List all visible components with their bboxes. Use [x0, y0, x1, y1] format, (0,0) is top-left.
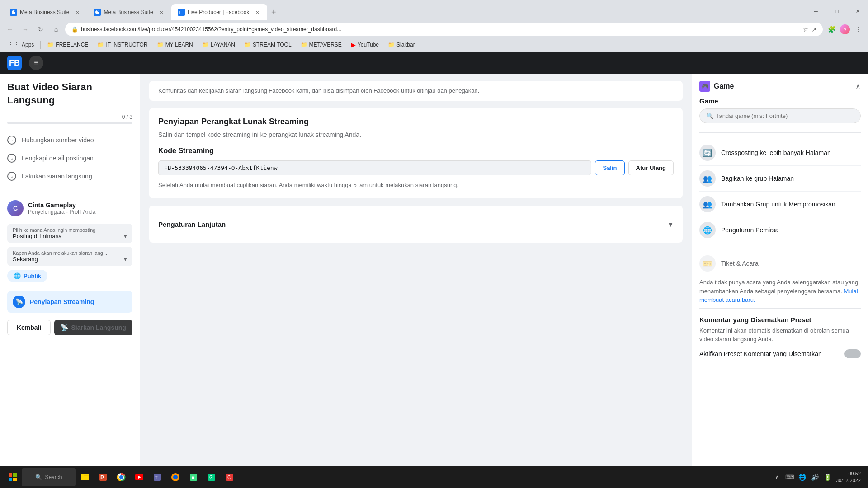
intro-text: Komunitas dan kebijakan siaran langsung …	[158, 86, 674, 95]
step-1-label: Hubungkan sumber video	[22, 136, 94, 144]
taskbar-powerpoint[interactable]: P	[94, 468, 112, 486]
active-step: 📡 Penyiapan Streaming	[7, 291, 132, 313]
browser-tab-3[interactable]: f Live Producer | Facebook ✕	[171, 4, 268, 20]
search-icon-taskbar: 🔍	[35, 474, 42, 480]
taskbar-app2[interactable]: C	[221, 468, 239, 486]
profile-icon[interactable]: A	[839, 23, 851, 35]
taskbar-chrome[interactable]	[112, 468, 130, 486]
back-button-sidebar[interactable]: Kembali	[7, 320, 51, 335]
tab-3-close[interactable]: ✕	[254, 9, 261, 16]
battery-icon[interactable]: 🔋	[822, 472, 833, 483]
share-icon[interactable]: ↗	[811, 26, 816, 33]
atur-ulang-button[interactable]: Atur Ulang	[628, 160, 674, 175]
settings-icon[interactable]: ⋮	[853, 23, 864, 35]
stream-key-field: FB-533394065-47394-0-AbxIfKtienw	[158, 160, 591, 175]
right-section-links: 🔄 Crossposting ke lebih banyak Halaman 👥…	[699, 132, 861, 243]
taskbar-search[interactable]: 🔍 Search	[22, 468, 76, 486]
fb-hamburger-menu[interactable]: ≡	[29, 56, 43, 70]
system-tray: ∧ ⌨ 🌐 🔊 🔋 09.52 30/12/2022	[772, 470, 864, 484]
network-icon[interactable]: 🌐	[797, 472, 808, 483]
reload-button[interactable]: ↻	[34, 23, 47, 36]
forward-button[interactable]: →	[19, 23, 32, 36]
bookmark-siakbar[interactable]: 📁 Siakbar	[384, 41, 419, 49]
folder-icon-it: 📁	[97, 42, 104, 48]
tray-up-arrow[interactable]: ∧	[772, 472, 783, 483]
back-button[interactable]: ←	[4, 23, 16, 36]
schedule-dropdown[interactable]: Kapan Anda akan melakukan siaran lang...…	[7, 247, 132, 266]
audience-icon: 🌐	[699, 222, 716, 238]
setup-desc: Salin dan tempel kode streaming ini ke p…	[158, 130, 674, 140]
game-search[interactable]: 🔍	[699, 108, 861, 123]
clock-date: 30/12/2022	[836, 477, 861, 484]
bookmark-stream-tool[interactable]: 📁 STREAM TOOL	[241, 41, 295, 49]
bookmark-it-instructor[interactable]: 📁 IT INSTRUCTOR	[94, 41, 151, 49]
tab-3-title: Live Producer | Facebook	[188, 9, 250, 15]
post-dropdown-label: Pilih ke mana Anda ingin memposting	[13, 227, 95, 233]
browser-tab-1[interactable]: Meta Business Suite ✕	[4, 4, 87, 20]
audience-item[interactable]: 🌐 Pengaturan Pemirsa	[699, 217, 861, 243]
step-1[interactable]: ○ Hubungkan sumber video	[7, 131, 132, 149]
author-info: Cinta Gameplay Penyelenggara - Profil An…	[28, 202, 95, 215]
bookmark-freelance[interactable]: 📁 FREELANCE	[43, 41, 92, 49]
broadcast-icon: 📡	[61, 324, 68, 331]
taskbar-android[interactable]: A	[184, 468, 203, 486]
svg-point-18	[173, 475, 178, 479]
crosspost-icon: 🔄	[699, 145, 716, 161]
address-text: business.facebook.com/live/producer/4542…	[81, 26, 797, 33]
siaran-button[interactable]: 📡 Siarkan Langsung	[54, 320, 132, 335]
minimize-button[interactable]: ─	[806, 4, 826, 19]
tab-2-title: Meta Business Suite	[104, 9, 153, 15]
ticket-icon: 🎫	[699, 255, 716, 272]
taskbar-teams[interactable]: T	[148, 468, 166, 486]
bookmark-layanan[interactable]: 📁 LAYANAN	[198, 41, 239, 49]
browser-tab-2[interactable]: Meta Business Suite ✕	[87, 4, 171, 20]
game-section: 🎮 Game ∧ Game 🔍	[699, 81, 861, 123]
bookmark-my-learn[interactable]: 📁 MY LEARN	[153, 41, 197, 49]
bookmark-youtube[interactable]: ▶ YouTube	[347, 40, 382, 49]
taskbar-app1[interactable]: G	[203, 468, 221, 486]
step-2[interactable]: ○ Lengkapi detail postingan	[7, 149, 132, 167]
bookmark-apps[interactable]: ⋮⋮ Apps	[4, 40, 38, 49]
globe-icon: 🌐	[14, 272, 21, 279]
toggle-switch[interactable]	[844, 349, 861, 358]
home-button[interactable]: ⌂	[50, 23, 62, 36]
start-button[interactable]	[4, 468, 22, 486]
advanced-chevron-icon: ▼	[667, 221, 674, 228]
svg-rect-3	[9, 473, 12, 477]
maximize-button[interactable]: □	[826, 4, 847, 19]
taskbar-youtube[interactable]	[130, 468, 148, 486]
taskbar-firefox[interactable]	[166, 468, 184, 486]
share-group-item[interactable]: 👥 Bagikan ke grup Halaman	[699, 166, 861, 192]
keyboard-icon[interactable]: ⌨	[784, 472, 795, 483]
star-icon[interactable]: ☆	[803, 26, 809, 33]
extensions-icon[interactable]: 🧩	[826, 23, 837, 35]
apps-grid-icon: ⋮⋮	[7, 41, 20, 48]
game-search-input[interactable]	[716, 113, 854, 119]
address-bar[interactable]: 🔒 business.facebook.com/live/producer/45…	[65, 23, 823, 36]
game-collapse-button[interactable]: ∧	[855, 82, 861, 91]
salin-button[interactable]: Salin	[595, 160, 624, 175]
folder-icon-freelance: 📁	[47, 42, 54, 48]
taskbar-explorer[interactable]	[76, 468, 94, 486]
svg-text:C: C	[227, 475, 231, 480]
tab-1-close[interactable]: ✕	[74, 9, 81, 16]
fb-logo[interactable]: FB	[7, 56, 22, 70]
taskbar: 🔍 Search P T A G C ∧ ⌨ �	[0, 466, 868, 488]
advanced-row[interactable]: Pengaturan Lanjutan ▼	[158, 215, 674, 234]
step-3[interactable]: ○ Lakukan siaran langsung	[7, 167, 132, 185]
tab-2-close[interactable]: ✕	[158, 9, 165, 16]
new-tab-button[interactable]: +	[267, 6, 280, 19]
bookmark-metaverse[interactable]: 📁 METAVERSE	[297, 41, 345, 49]
close-button[interactable]: ✕	[847, 4, 868, 19]
svg-rect-5	[9, 478, 12, 481]
post-dropdown[interactable]: Pilih ke mana Anda ingin memposting Post…	[7, 224, 132, 243]
schedule-arrow: ▾	[124, 256, 127, 263]
crosspost-item[interactable]: 🔄 Crossposting ke lebih banyak Halaman	[699, 140, 861, 166]
volume-icon[interactable]: 🔊	[810, 472, 821, 483]
add-group-item[interactable]: 👥 Tambahkan Grup untuk Mempromosikan	[699, 192, 861, 217]
youtube-icon: ▶	[351, 41, 356, 48]
svg-rect-4	[13, 473, 17, 477]
publik-button[interactable]: 🌐 Publik	[7, 270, 47, 282]
publik-label: Publik	[24, 272, 41, 279]
system-clock[interactable]: 09.52 30/12/2022	[836, 470, 861, 484]
